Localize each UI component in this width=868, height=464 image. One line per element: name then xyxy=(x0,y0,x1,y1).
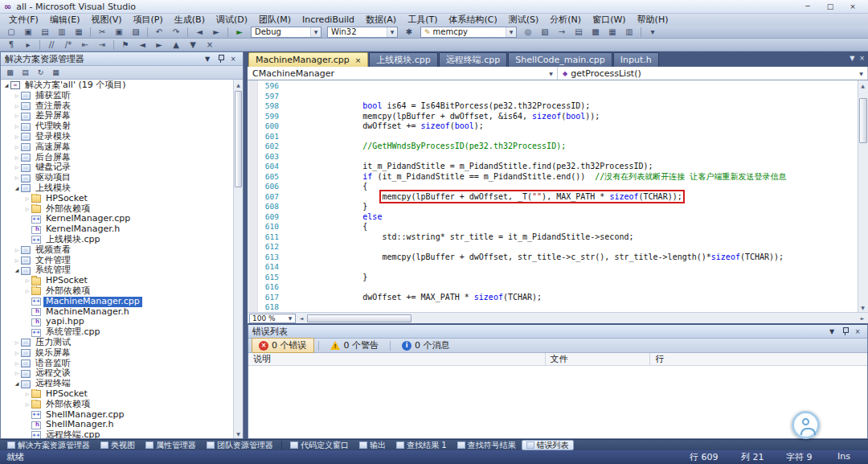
code-line[interactable]: 615 } xyxy=(258,273,858,283)
tree-collapsed-arrow-icon[interactable]: ▷ xyxy=(13,359,21,369)
h-scrollbar-thumb[interactable] xyxy=(307,314,411,322)
minimize-button[interactable]: ─ xyxy=(796,1,819,12)
scroll-left-icon[interactable]: ◄ xyxy=(296,315,307,321)
tree-item[interactable]: ◢解决方案'all' (19 个项目) xyxy=(1,80,233,91)
tree-item[interactable]: ▷远程交谈 xyxy=(1,368,233,379)
tree-collapsed-arrow-icon[interactable]: ▷ xyxy=(13,256,21,266)
menu-item-4[interactable]: 项目(P) xyxy=(128,14,169,26)
tree-item[interactable]: ◢上线模块 xyxy=(1,183,233,194)
save-all-icon[interactable]: ▦ xyxy=(71,27,87,38)
tree-item[interactable]: ◢远程终端 xyxy=(1,379,233,389)
chevron-down-icon[interactable]: ▼ xyxy=(310,27,321,37)
scroll-up-icon[interactable]: ▲ xyxy=(234,80,243,89)
tree-item[interactable]: ▷差异屏幕 xyxy=(1,111,233,121)
tree-collapsed-arrow-icon[interactable]: ▷ xyxy=(13,111,21,121)
tree-collapsed-arrow-icon[interactable]: ▷ xyxy=(13,142,21,153)
pin-icon[interactable] xyxy=(839,326,850,337)
panel-tab-9[interactable]: 查找符号结果 xyxy=(452,440,521,450)
pin-icon[interactable] xyxy=(215,54,226,64)
properties-icon[interactable]: ▩ xyxy=(3,67,17,78)
tree-collapsed-arrow-icon[interactable]: ▷ xyxy=(13,338,21,348)
decrease-indent-icon[interactable]: ⇤ xyxy=(77,39,93,51)
tree-collapsed-arrow-icon[interactable]: ▷ xyxy=(23,204,31,215)
code-line[interactable]: 618 xyxy=(258,302,858,312)
tree-collapsed-arrow-icon[interactable]: ▷ xyxy=(13,101,21,112)
tree-collapsed-arrow-icon[interactable]: ▷ xyxy=(23,389,31,400)
menu-item-13[interactable]: 分析(N) xyxy=(544,14,587,26)
quick-find-icon[interactable]: ◎ xyxy=(520,27,536,38)
find-symbol-icon[interactable]: ✱ xyxy=(401,27,417,38)
tree-collapsed-arrow-icon[interactable]: ▷ xyxy=(13,91,21,101)
scroll-right-icon[interactable]: ► xyxy=(857,315,868,321)
close-tab-icon[interactable]: × xyxy=(355,56,362,64)
editor-vertical-scrollbar[interactable]: ▲ ▼ xyxy=(858,80,868,312)
menu-item-15[interactable]: 帮助(H) xyxy=(632,14,674,26)
tree-item[interactable]: ShellManager.cpp xyxy=(1,410,233,421)
toggle-bookmark-icon[interactable]: ⚑ xyxy=(117,39,133,51)
code-line[interactable]: 611 std::wstring* str_title = it_m_Pidan… xyxy=(258,232,858,243)
comment-selection-icon[interactable]: // xyxy=(43,39,59,51)
tree-collapsed-arrow-icon[interactable]: ▷ xyxy=(13,153,21,163)
tree-collapsed-arrow-icon[interactable]: ▷ xyxy=(13,368,21,379)
code-line[interactable]: 608 } xyxy=(258,202,858,212)
tree-item[interactable]: ▷后台屏幕 xyxy=(1,153,233,163)
code-line[interactable]: 616 xyxy=(258,282,858,293)
tree-item[interactable]: ▷驱动项目 xyxy=(1,173,233,183)
tree-item[interactable]: ▷外部依赖项 xyxy=(1,400,233,410)
open-file-icon[interactable]: ▤ xyxy=(37,27,53,38)
code-line[interactable]: 601 xyxy=(258,132,858,142)
menu-item-7[interactable]: 团队(M) xyxy=(253,14,297,26)
tree-item[interactable]: ▷登录模块 xyxy=(1,132,233,142)
menu-item-6[interactable]: 调试(D) xyxy=(211,14,253,26)
close-panel-icon[interactable]: × xyxy=(852,326,863,337)
panel-tab-10[interactable]: 错误列表 xyxy=(522,440,574,450)
tree-collapsed-arrow-icon[interactable]: ▷ xyxy=(13,173,21,183)
code-line[interactable]: 617 dwOffset += MAX_PATH * sizeof(TCHAR)… xyxy=(258,293,858,303)
tree-collapsed-arrow-icon[interactable]: ▷ xyxy=(13,132,21,142)
code-line[interactable]: 606 { xyxy=(258,182,858,192)
panel-tab-1[interactable]: 解决方案资源管理器 xyxy=(2,440,95,450)
menu-item-8[interactable]: IncrediBuild xyxy=(297,14,360,26)
tree-item[interactable]: ▷HPSocket xyxy=(1,389,233,400)
tree-expanded-arrow-icon[interactable]: ◢ xyxy=(13,379,21,389)
errors-filter-button[interactable]: × 0 个错误 xyxy=(252,338,314,353)
chevron-down-icon[interactable]: ▼ xyxy=(387,27,397,37)
tree-expanded-arrow-icon[interactable]: ◢ xyxy=(13,265,21,276)
solution-explorer-button-icon[interactable]: ▤ xyxy=(571,27,587,38)
tree-collapsed-arrow-icon[interactable]: ▷ xyxy=(23,400,31,410)
tree-item[interactable]: KernelManager.h xyxy=(1,224,233,235)
previous-bookmark-icon[interactable]: ◄ xyxy=(134,39,150,51)
undo-icon[interactable]: ↶ xyxy=(151,27,167,38)
zoom-dropdown[interactable]: 100 % ▼ xyxy=(249,314,296,323)
code-line[interactable]: 600 dwOffset += sizeof(bool); xyxy=(258,121,858,132)
tree-item[interactable]: ShellManager.h xyxy=(1,420,233,430)
tree-item[interactable]: KernelManager.cpp xyxy=(1,214,233,224)
tree-item[interactable]: ▷捕获监听 xyxy=(1,91,233,101)
clear-bookmarks-icon[interactable]: × xyxy=(202,39,218,51)
code-line[interactable]: 607 memcpy(lpBuffer + dwOffset, _T(""), … xyxy=(258,192,858,203)
paste-icon[interactable]: ▨ xyxy=(128,27,144,38)
solution-platforms-combo[interactable]: Win32▼ xyxy=(327,27,398,38)
document-tab-2[interactable]: 上线模块.cpp xyxy=(369,52,438,67)
scrollbar-thumb[interactable] xyxy=(859,98,867,143)
tree-expanded-arrow-icon[interactable]: ◢ xyxy=(2,80,10,91)
redo-icon[interactable]: ↷ xyxy=(168,27,184,38)
document-tab-5[interactable]: Input.h xyxy=(613,52,659,67)
menu-item-14[interactable]: 窗口(W) xyxy=(587,14,631,26)
warnings-filter-button[interactable]: ! 0 个警告 xyxy=(323,338,387,353)
menu-item-3[interactable]: 视图(V) xyxy=(85,14,127,26)
code-line[interactable]: 597 xyxy=(258,92,858,102)
menu-item-9[interactable]: 数据(A) xyxy=(360,14,402,26)
code-line[interactable]: 609 else xyxy=(258,212,858,223)
code-line[interactable]: 612 xyxy=(258,242,858,253)
solution-configurations-combo[interactable]: Debug▼ xyxy=(251,27,321,38)
next-bookmark-folder-icon[interactable]: ▼ xyxy=(185,39,201,51)
tree-item[interactable]: 上线模块.cpp xyxy=(1,235,233,245)
panel-tab-3[interactable]: 属性管理器 xyxy=(141,440,201,450)
display-whitespace-icon[interactable]: ¶ xyxy=(3,39,19,51)
properties-window-button-icon[interactable]: ▩ xyxy=(588,27,604,38)
panel-tab-4[interactable]: 团队资源管理器 xyxy=(202,440,278,450)
menu-item-1[interactable]: 文件(F) xyxy=(3,14,44,26)
document-tab-1[interactable]: MachineManager.cpp× xyxy=(248,52,368,67)
start-debugging-icon[interactable]: ► xyxy=(231,27,248,38)
